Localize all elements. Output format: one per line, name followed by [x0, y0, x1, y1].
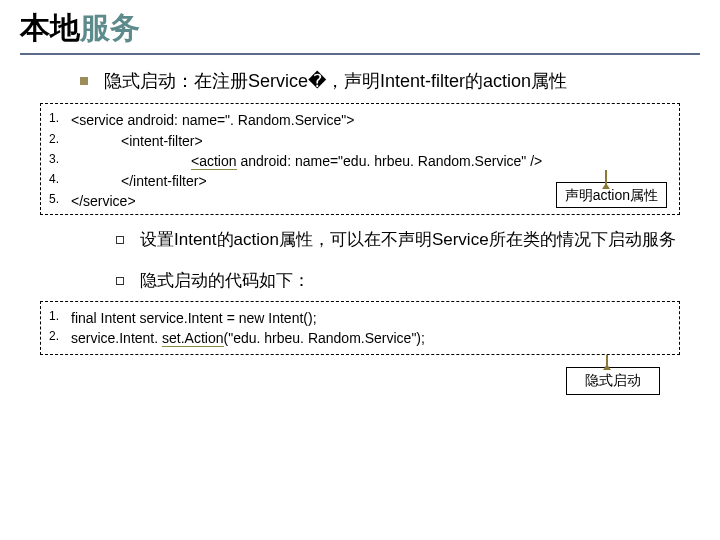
title-divider [20, 53, 700, 55]
main-bullet-text: 隐式启动：在注册Service�，声明Intent-filter的action属… [104, 69, 567, 93]
callout-text: 隐式启动 [585, 372, 641, 388]
hollow-bullet-icon [116, 236, 124, 244]
sub-bullet-text: 设置Intent的action属性，可以在不声明Service所在类的情况下启动… [140, 229, 676, 252]
callout-2-wrap: 隐式启动 [20, 361, 700, 401]
code-text: <action android: name="edu. hrbeu. Rando… [71, 151, 542, 171]
code-text: </service> [71, 191, 136, 211]
main-bullet-row: 隐式启动：在注册Service�，声明Intent-filter的action属… [80, 69, 700, 93]
code-line: 1. final Intent service.Intent = new Int… [49, 308, 671, 328]
sub-bullet-text: 隐式启动的代码如下： [140, 270, 310, 293]
code-line: 3. <action android: name="edu. hrbeu. Ra… [49, 151, 671, 171]
code-block-2: 1. final Intent service.Intent = new Int… [40, 301, 680, 355]
code-text: <intent-filter> [71, 131, 203, 151]
title-part-2: 服务 [80, 11, 140, 44]
sub-bullet-row: 隐式启动的代码如下： [116, 270, 700, 293]
slide: 本地服务 隐式启动：在注册Service�，声明Intent-filter的ac… [0, 0, 720, 540]
arrow-icon [605, 170, 607, 188]
code-text: </intent-filter> [71, 171, 207, 191]
line-number: 2. [49, 328, 71, 348]
line-number: 4. [49, 171, 71, 191]
sub-bullet-row: 设置Intent的action属性，可以在不声明Service所在类的情况下启动… [116, 229, 700, 252]
title-part-1: 本地 [20, 11, 80, 44]
line-number: 2. [49, 131, 71, 151]
code-block-1: 1. <service android: name=". Random.Serv… [40, 103, 680, 215]
line-number: 5. [49, 191, 71, 211]
square-bullet-icon [80, 77, 88, 85]
code-line: 2. <intent-filter> [49, 131, 671, 151]
code-text: <service android: name=". Random.Service… [71, 110, 354, 130]
setaction-underline: set.Action [162, 330, 223, 347]
action-keyword: <action [191, 153, 237, 170]
callout-declare-action: 声明action属性 [556, 182, 667, 208]
line-number: 1. [49, 308, 71, 328]
line-number: 3. [49, 151, 71, 171]
code-line: 1. <service android: name=". Random.Serv… [49, 110, 671, 130]
line-number: 1. [49, 110, 71, 130]
arrow-icon [606, 355, 608, 369]
page-title: 本地服务 [20, 8, 700, 49]
code-text: service.Intent. set.Action("edu. hrbeu. … [71, 328, 425, 348]
code-text: final Intent service.Intent = new Intent… [71, 308, 317, 328]
code-line: 2. service.Intent. set.Action("edu. hrbe… [49, 328, 671, 348]
callout-implicit-start: 隐式启动 [566, 367, 660, 395]
callout-text: 声明action属性 [565, 187, 658, 203]
hollow-bullet-icon [116, 277, 124, 285]
